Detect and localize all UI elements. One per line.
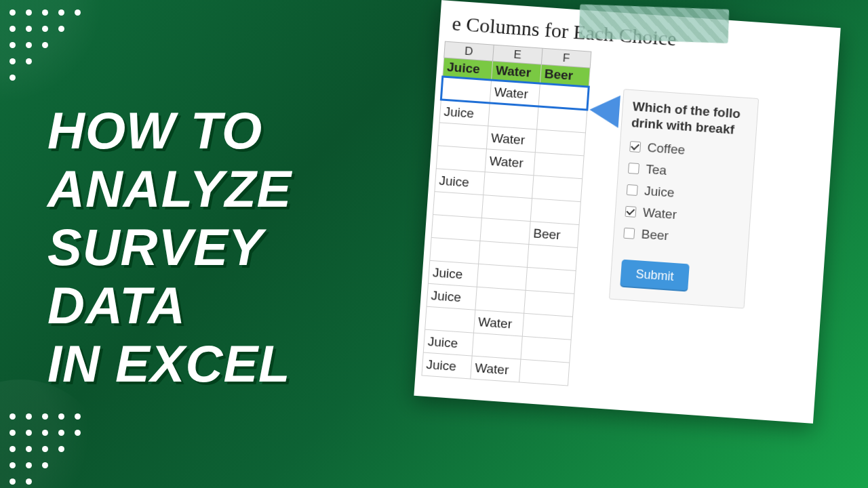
data-cell[interactable]: [472, 333, 522, 359]
data-cell[interactable]: [488, 103, 538, 129]
data-cell[interactable]: [527, 244, 577, 270]
data-cell[interactable]: [433, 192, 484, 218]
data-cell[interactable]: [524, 290, 574, 317]
option-label: Water: [642, 205, 677, 222]
data-cell[interactable]: [479, 241, 529, 267]
data-cell[interactable]: [522, 313, 572, 340]
data-cell[interactable]: Juice: [423, 329, 473, 356]
data-cell[interactable]: [438, 123, 488, 149]
data-cell[interactable]: [519, 359, 570, 386]
data-cell[interactable]: Water: [490, 80, 540, 106]
title-line: IN EXCEL: [47, 335, 400, 393]
data-cell[interactable]: Juice: [435, 169, 485, 195]
checkbox-icon[interactable]: [627, 184, 638, 195]
data-cell[interactable]: Juice: [439, 100, 490, 126]
survey-option[interactable]: Water: [625, 203, 741, 226]
survey-option[interactable]: Beer: [623, 225, 739, 248]
option-label: Beer: [641, 226, 669, 243]
data-cell[interactable]: Juice: [427, 283, 477, 310]
checkbox-icon[interactable]: [628, 162, 639, 174]
data-cell[interactable]: [425, 306, 475, 333]
survey-option[interactable]: Juice: [627, 182, 743, 205]
checkbox-icon[interactable]: [629, 141, 641, 152]
decor-dots-bottom: [0, 393, 95, 488]
data-cell[interactable]: Juice: [422, 352, 472, 379]
option-label: Tea: [646, 161, 667, 178]
data-cell[interactable]: Juice: [428, 260, 478, 287]
data-cell[interactable]: Water: [485, 149, 535, 176]
submit-button[interactable]: Submit: [620, 259, 690, 291]
data-cell[interactable]: [480, 218, 530, 245]
data-cell[interactable]: [481, 195, 532, 222]
data-cell[interactable]: [441, 77, 491, 103]
data-cell[interactable]: [431, 215, 481, 241]
survey-option[interactable]: Tea: [628, 160, 744, 183]
option-label: Coffee: [647, 140, 686, 157]
checkbox-icon[interactable]: [625, 205, 637, 217]
option-label: Juice: [644, 183, 675, 200]
data-cell[interactable]: [532, 176, 583, 202]
data-cell[interactable]: [534, 152, 584, 179]
checkbox-icon[interactable]: [623, 227, 635, 239]
data-cell[interactable]: [535, 129, 585, 156]
data-cell[interactable]: [538, 83, 589, 110]
survey-option[interactable]: Coffee: [629, 139, 745, 162]
page-title: HOW TO ANALYZE SURVEY DATA IN EXCEL: [47, 102, 400, 392]
data-cell[interactable]: [477, 264, 527, 290]
data-cell[interactable]: [475, 287, 526, 313]
spreadsheet-table: DEFJuiceWaterBeerWaterJuiceWaterWaterJui…: [420, 41, 592, 386]
arrow-icon: [589, 94, 620, 128]
survey-panel: Which of the follo drink with breakf Cof…: [609, 89, 759, 308]
title-line: ANALYZE: [47, 160, 400, 218]
data-cell[interactable]: Beer: [529, 222, 579, 248]
data-cell[interactable]: [537, 106, 587, 133]
screenshot-card: e Columns for Each Choice DEFJuiceWaterB…: [414, 0, 840, 424]
tape-decor: [579, 4, 730, 43]
title-line: HOW TO: [47, 102, 400, 160]
decor-dots-top: [0, 0, 102, 102]
data-cell[interactable]: Water: [471, 356, 521, 382]
data-cell[interactable]: [436, 146, 486, 172]
data-cell[interactable]: [484, 172, 534, 199]
title-line: SURVEY DATA: [47, 218, 400, 335]
survey-question: Which of the follo drink with breakf: [631, 98, 748, 138]
data-cell[interactable]: Water: [473, 310, 524, 336]
data-cell[interactable]: [526, 267, 576, 293]
data-cell[interactable]: [521, 336, 571, 363]
data-cell[interactable]: [530, 199, 580, 225]
data-cell[interactable]: [430, 237, 480, 264]
data-cell[interactable]: Water: [486, 126, 536, 152]
